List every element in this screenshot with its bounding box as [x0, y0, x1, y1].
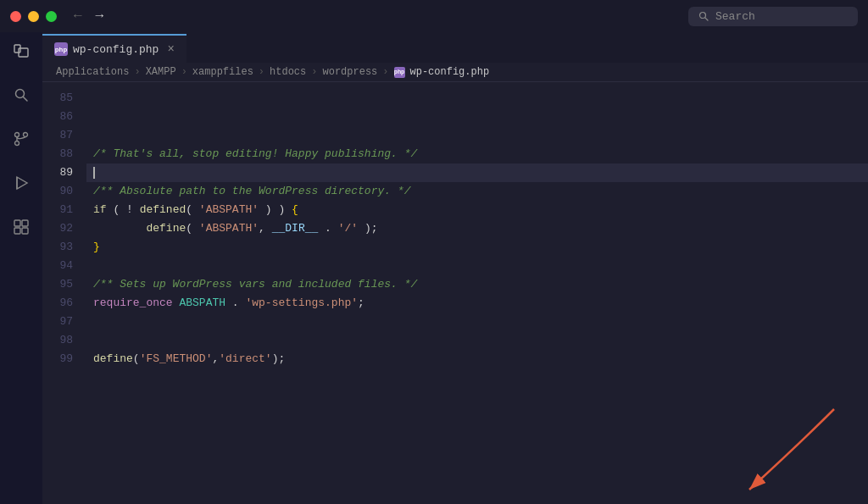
keyword-if: if [93, 203, 107, 216]
text-cursor [93, 167, 95, 179]
comment-token-95: /** Sets up WordPress vars and included … [93, 278, 417, 291]
back-button[interactable]: ← [74, 8, 82, 24]
breadcrumb-sep-5: › [382, 66, 388, 78]
svg-marker-10 [17, 177, 27, 189]
plain-96c: ; [358, 296, 364, 309]
breadcrumb-php-icon: php [394, 67, 405, 78]
breadcrumb-wordpress[interactable]: wordpress [322, 66, 377, 78]
code-line-91: if ( ! defined( 'ABSPATH' ) ) { [86, 201, 868, 219]
code-line-90: /** Absolute path to the WordPress direc… [86, 182, 868, 201]
line-num-87: 87 [49, 126, 73, 145]
dir-const: __DIR__ [272, 222, 319, 235]
breadcrumb-sep-2: › [181, 66, 187, 78]
str-slash: '/' [338, 222, 358, 235]
line-num-94: 94 [49, 257, 73, 275]
plain-92a: ( [186, 222, 199, 235]
svg-rect-14 [14, 228, 20, 234]
bracket-93: } [93, 241, 100, 253]
search-icon [698, 11, 709, 21]
svg-line-5 [24, 97, 28, 102]
code-line-85 [86, 89, 868, 108]
str-abspath: 'ABSPATH' [199, 203, 259, 216]
code-line-93: } [86, 238, 868, 257]
line-num-89: 89 [49, 163, 73, 182]
func-define-99: define [93, 352, 133, 365]
code-container: 85 86 87 88 89 90 91 92 93 94 95 96 97 9… [42, 82, 868, 504]
line-num-93: 93 [49, 238, 73, 257]
breadcrumb-applications[interactable]: Applications [56, 66, 129, 78]
plain-96b: . [225, 296, 245, 309]
source-control-icon[interactable] [9, 127, 33, 151]
code-line-96: require_once ABSPATH . 'wp-settings.php'… [86, 294, 868, 313]
svg-rect-12 [14, 220, 20, 226]
line-num-88: 88 [49, 145, 73, 163]
traffic-lights [10, 11, 57, 22]
indent-92 [93, 222, 146, 235]
breadcrumb: Applications › XAMPP › xamppfiles › htdo… [42, 63, 868, 82]
minimize-button[interactable] [28, 11, 39, 22]
arrow-annotation [682, 401, 851, 502]
svg-point-8 [15, 141, 19, 146]
str-fs-method: 'FS_METHOD' [140, 352, 213, 365]
breadcrumb-xamppfiles[interactable]: xamppfiles [192, 66, 253, 78]
plain-92c: . [318, 222, 337, 235]
plain-99c: ); [272, 352, 286, 365]
code-line-95: /** Sets up WordPress vars and included … [86, 275, 868, 294]
plain-91c: ) ) [259, 203, 292, 216]
line-num-97: 97 [49, 313, 73, 331]
plain-91a: ( ! [107, 203, 140, 216]
line-num-95: 95 [49, 275, 73, 294]
run-icon[interactable] [9, 171, 33, 195]
search-placeholder: Search [715, 10, 755, 23]
svg-rect-13 [22, 220, 28, 226]
line-num-92: 92 [49, 219, 73, 238]
func-define-92: define [146, 222, 186, 235]
str-abspath-92: 'ABSPATH' [199, 222, 259, 235]
breadcrumb-sep-1: › [134, 66, 140, 78]
breadcrumb-xampp[interactable]: XAMPP [146, 66, 176, 78]
nav-buttons: ← → [74, 8, 103, 24]
svg-point-7 [24, 133, 28, 137]
svg-point-6 [15, 133, 19, 137]
close-button[interactable] [10, 11, 21, 22]
tab-bar: php wp-config.php × [42, 32, 868, 63]
search-bar[interactable]: Search [688, 7, 858, 26]
forward-button[interactable]: → [96, 8, 104, 24]
svg-line-1 [705, 18, 708, 20]
line-num-86: 86 [49, 108, 73, 126]
comment-token-90: /** Absolute path to the WordPress direc… [93, 185, 410, 197]
func-defined: defined [140, 203, 186, 216]
main-layout: php wp-config.php × Applications › XAMPP… [0, 32, 868, 504]
editor[interactable]: 85 86 87 88 89 90 91 92 93 94 95 96 97 9… [42, 82, 868, 504]
content-area: php wp-config.php × Applications › XAMPP… [42, 32, 868, 504]
line-numbers: 85 86 87 88 89 90 91 92 93 94 95 96 97 9… [42, 82, 86, 504]
plain-99a: ( [133, 352, 140, 365]
line-num-99: 99 [49, 350, 73, 368]
line-num-90: 90 [49, 182, 73, 201]
plain-92d: ); [358, 222, 377, 235]
code-line-99: define('FS_METHOD','direct'); [86, 350, 868, 368]
line-num-98: 98 [49, 331, 73, 350]
plain-92b: , [259, 222, 272, 235]
tab-close-button[interactable]: × [167, 43, 174, 55]
code-line-89 [86, 163, 868, 182]
file-explorer-icon[interactable] [9, 39, 33, 63]
activity-bar [0, 32, 42, 504]
plain-91b: ( [186, 203, 199, 216]
bracket-91: { [292, 203, 298, 216]
str-direct: 'direct' [219, 352, 271, 365]
titlebar: ← → Search [0, 0, 868, 32]
code-line-87 [86, 126, 868, 145]
code-line-97 [86, 313, 868, 331]
extensions-icon[interactable] [9, 215, 33, 239]
breadcrumb-current-file[interactable]: wp-config.php [410, 66, 490, 78]
code-line-86 [86, 108, 868, 126]
breadcrumb-htdocs[interactable]: htdocs [270, 66, 306, 78]
str-wpsettings: 'wp-settings.php' [245, 296, 358, 309]
breadcrumb-sep-3: › [259, 66, 264, 78]
maximize-button[interactable] [46, 11, 57, 22]
code-line-98 [86, 331, 868, 350]
search-icon[interactable] [9, 83, 33, 107]
tab-label: wp-config.php [73, 43, 159, 56]
tab-wp-config[interactable]: php wp-config.php × [42, 34, 186, 63]
